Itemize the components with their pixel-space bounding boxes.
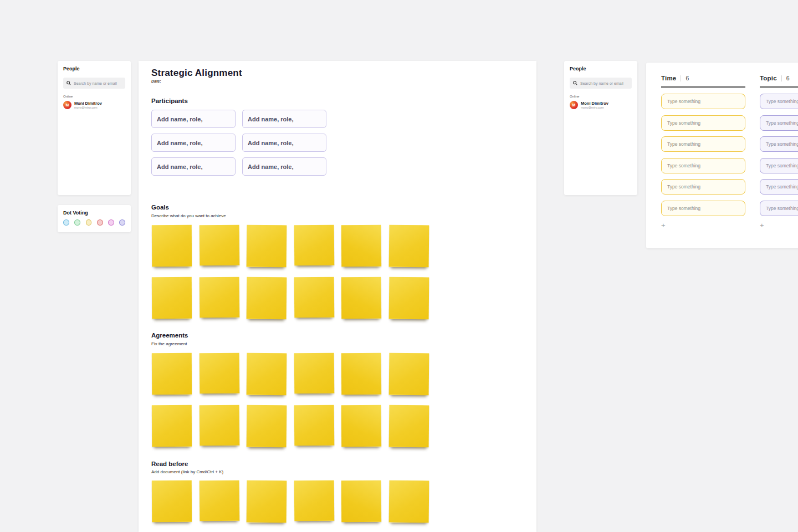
search-placeholder: Search by name or email [580,81,623,85]
time-card-input[interactable]: Type something [661,115,745,131]
participant-input[interactable]: Add name, role, [242,157,326,176]
time-card-input[interactable]: Type something [661,201,745,216]
topic-card-input[interactable]: Type something [760,115,798,131]
search-placeholder: Search by name or email [74,81,117,85]
sticky-note[interactable] [152,225,192,267]
people-panel-title: People [63,66,125,71]
sticky-note[interactable] [341,480,381,522]
agreements-heading: Agreements [151,332,188,339]
sticky-note[interactable] [294,277,334,318]
participant-input[interactable]: Add name, role, [151,134,236,152]
sticky-note[interactable] [341,405,381,447]
time-column-title: Time [661,75,676,81]
sticky-note[interactable] [388,480,429,523]
sticky-note[interactable] [341,225,381,267]
add-time-card-button[interactable]: + [661,222,669,229]
people-panel-right: People Search by name or email Online M … [564,61,637,195]
sticky-note[interactable] [388,353,429,396]
sticky-note[interactable] [199,480,239,521]
vote-dot-blue[interactable] [63,219,69,226]
sticky-note[interactable] [388,225,429,268]
time-card-input[interactable]: Type something [661,179,745,195]
dot-voting-dots [63,219,125,226]
sticky-note[interactable] [294,480,334,521]
topic-column-title: Topic [760,75,777,81]
search-input[interactable]: Search by name or email [570,78,632,89]
column-divider [661,86,745,88]
column-divider [760,86,798,88]
sticky-note[interactable] [152,277,192,319]
sticky-note[interactable] [247,277,287,320]
sticky-note[interactable] [199,277,239,318]
participants-heading: Participants [151,98,188,104]
sticky-note[interactable] [247,480,287,523]
time-card-input[interactable]: Type something [661,94,745,109]
participant-input[interactable]: Add name, role, [242,110,326,128]
avatar: M [63,101,71,109]
read-before-subheading: Add document (link by Cmd/Ctrl + K) [151,469,223,474]
online-label: Online [63,95,125,98]
sticky-note[interactable] [294,405,334,446]
user-email: mony@miro.com [74,106,102,110]
read-before-heading: Read before [151,461,188,467]
add-topic-card-button[interactable]: + [760,222,768,229]
participants-grid: Add name, role, Add name, role, Add name… [151,110,326,176]
topic-card-input[interactable]: Type something [760,94,798,109]
time-card-input[interactable]: Type something [661,158,745,173]
column-separator [681,75,681,81]
sticky-note[interactable] [199,353,239,394]
read-before-note-row-1 [152,480,429,523]
sticky-note[interactable] [152,480,192,522]
sticky-note[interactable] [294,225,334,266]
user-email: mony@miro.com [581,106,608,110]
dot-voting-panel: Dot Voting [58,205,131,232]
agreements-note-row-2 [152,405,429,447]
goals-subheading: Describe what do you want to achieve [151,213,226,218]
sticky-note[interactable] [388,405,429,448]
time-column: Time 6 Type something Type something Typ… [661,63,750,229]
topic-column: Topic 6 Type something Type something Ty… [760,63,798,229]
sticky-note[interactable] [152,405,192,447]
board-title: Strategic Alignment [151,68,242,79]
participant-input[interactable]: Add name, role, [242,134,326,152]
vote-dot-green[interactable] [74,219,80,226]
user-list-item[interactable]: M Moni Dimitrov mony@miro.com [63,101,125,110]
sticky-note[interactable] [388,277,429,320]
sticky-note[interactable] [341,353,381,395]
time-column-count: 6 [686,75,689,81]
user-name: Moni Dimitrov [74,101,102,106]
topic-card-input[interactable]: Type something [760,201,798,216]
user-list-item[interactable]: M Moni Dimitrov mony@miro.com [570,101,632,110]
topic-card-input[interactable]: Type something [760,136,798,152]
search-input[interactable]: Search by name or email [63,78,125,89]
sticky-note[interactable] [341,277,381,319]
topic-card-input[interactable]: Type something [760,179,798,195]
participant-input[interactable]: Add name, role, [151,157,236,176]
sticky-note[interactable] [247,225,287,268]
topic-card-input[interactable]: Type something [760,158,798,173]
topic-column-count: 6 [786,75,790,81]
vote-dot-pink[interactable] [108,219,114,226]
sticky-note[interactable] [247,405,287,448]
sticky-note[interactable] [247,353,287,396]
online-label: Online [570,95,632,98]
dot-voting-title: Dot Voting [63,210,125,216]
sticky-note[interactable] [294,353,334,394]
time-card-input[interactable]: Type something [661,136,745,152]
agreements-note-row-1 [152,353,429,395]
goals-note-row-1 [152,225,429,267]
search-icon [66,81,71,85]
sticky-note[interactable] [199,225,239,266]
people-panel-left: People Search by name or email Online M … [58,61,131,195]
sticky-note[interactable] [199,405,239,446]
people-panel-title: People [570,66,632,71]
avatar: M [570,101,578,109]
participant-input[interactable]: Add name, role, [151,110,236,128]
user-name: Moni Dimitrov [581,101,608,106]
vote-dot-purple[interactable] [119,219,125,226]
vote-dot-red[interactable] [97,219,103,226]
time-topic-panel: Time 6 Type something Type something Typ… [646,63,798,248]
date-label[interactable]: Date: [151,79,161,83]
vote-dot-yellow[interactable] [86,219,92,226]
sticky-note[interactable] [152,353,192,395]
